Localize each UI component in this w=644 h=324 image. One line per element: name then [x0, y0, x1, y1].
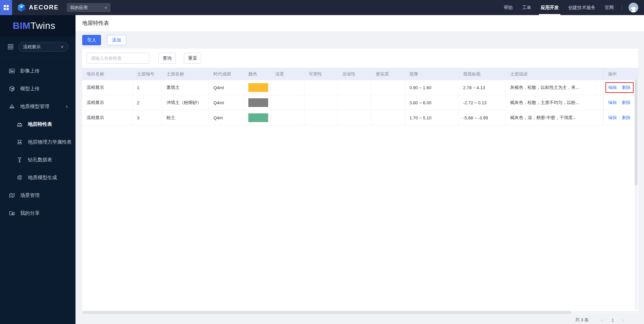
cell-no: 2 — [133, 95, 162, 110]
cell-plasticity — [304, 95, 338, 110]
sidebar: BIMTwins 流程展示 ∨ 影像上传模型上传地质模型管理∧地层特性表地层物理… — [0, 15, 76, 324]
vertical-scrollbar[interactable] — [635, 79, 638, 310]
chevron-down-icon: ∨ — [104, 6, 107, 9]
sidebar-item-label: 地质模型生成 — [28, 174, 57, 181]
table-header-row: 项目名称土层编号土层名称时代成因颜色湿度可塑性压缩性密实度层厚层底标高土层描述操… — [82, 68, 638, 80]
nav-link-official-site[interactable]: 官网 — [600, 0, 618, 15]
edit-link[interactable]: 编辑 — [608, 85, 617, 91]
sidebar-item-geo-model-manage[interactable]: 地质模型管理∧ — [0, 98, 76, 115]
cell-project: 流程展示 — [82, 95, 133, 110]
edit-link[interactable]: 编辑 — [608, 100, 617, 106]
import-button[interactable]: 导入 — [82, 35, 101, 45]
page-title: 地层特性表 — [82, 20, 109, 27]
image-upload-icon — [9, 68, 15, 74]
query-button[interactable]: 查询 — [158, 53, 176, 64]
cell-elevation: -5.68 ~ -3.99 — [459, 110, 506, 125]
physics-icon — [16, 139, 23, 145]
column-header-humidity: 湿度 — [271, 71, 304, 77]
cell-humidity — [271, 80, 304, 95]
nav-link-work-order[interactable]: 工单 — [517, 0, 536, 15]
add-button[interactable]: 添加 — [107, 35, 126, 45]
brand: AECORE — [17, 3, 59, 12]
sidebar-item-scene-manage[interactable]: 场景管理 — [0, 186, 76, 204]
nav-divider — [622, 5, 622, 10]
pagination-page-1[interactable]: 1 — [606, 318, 619, 323]
top-navbar: AECORE 我的应用 ∨ 帮助工单应用开发创建技术服务官网 — [0, 0, 644, 15]
table-body: 流程展示1素填土Q4ml0.90 ~ 1.602.78 ~ 4.13灰褐色，松散… — [82, 80, 638, 125]
column-header-plasticity: 可塑性 — [304, 71, 338, 77]
delete-link[interactable]: 删除 — [622, 115, 631, 121]
cell-thickness: 1.70 ~ 5.10 — [405, 110, 459, 125]
sidebar-item-label: 场景管理 — [20, 192, 40, 199]
soil-color-swatch — [248, 98, 268, 107]
soil-color-swatch — [248, 113, 268, 122]
reset-button[interactable]: 重置 — [184, 53, 201, 64]
nav-link-create-tech-service[interactable]: 创建技术服务 — [563, 0, 600, 15]
nav-link-help[interactable]: 帮助 — [499, 0, 517, 15]
logo-twins-text: Twins — [31, 20, 55, 31]
sidebar-item-image-upload[interactable]: 影像上传 — [0, 62, 76, 80]
sidebar-item-label: 模型上传 — [20, 86, 40, 92]
sidebar-item-label: 地层特性表 — [28, 121, 52, 127]
cell-density — [371, 80, 405, 95]
cell-no: 1 — [133, 80, 162, 95]
edit-link[interactable]: 编辑 — [608, 115, 617, 121]
engineer-avatar-icon — [630, 6, 637, 12]
project-select-row: 流程展示 ∨ — [0, 37, 76, 57]
search-row: 查询 重置 — [82, 49, 638, 68]
sidebar-item-label: 我的分享 — [20, 210, 40, 216]
delete-link[interactable]: 删除 — [622, 85, 631, 91]
column-header-density: 密实度 — [371, 71, 405, 77]
sidebar-item-my-share[interactable]: 我的分享 — [0, 204, 76, 222]
sidebar-item-borehole-table[interactable]: 钻孔数据表 — [0, 151, 76, 169]
pagination-prev-button[interactable]: ‹ — [597, 317, 606, 323]
soil-color-swatch — [248, 83, 268, 92]
nav-link-app-dev[interactable]: 应用开发 — [536, 0, 563, 15]
grid-icon — [7, 44, 14, 50]
scene-icon — [9, 192, 15, 199]
pagination-next-button[interactable]: › — [619, 317, 628, 323]
strata-table: 项目名称土层编号土层名称时代成因颜色湿度可塑性压缩性密实度层厚层底标高土层描述操… — [82, 68, 638, 125]
nav-links: 帮助工单应用开发创建技术服务官网 — [499, 0, 618, 15]
workspace-select[interactable]: 我的应用 ∨ — [67, 3, 110, 12]
table-row: 流程展示3粉土Q4m1.70 ~ 5.10-5.68 ~ -3.99褐灰色，湿，… — [82, 110, 638, 125]
cell-actions: 编辑删除 — [603, 95, 638, 110]
workspace-select-value: 我的应用 — [70, 5, 88, 11]
user-avatar[interactable] — [629, 3, 638, 12]
cell-humidity — [271, 95, 304, 110]
model-upload-icon — [9, 86, 15, 92]
sidebar-item-geo-model-generate[interactable]: 地质模型生成 — [0, 169, 76, 186]
sidebar-menu: 影像上传模型上传地质模型管理∧地层特性表地层物理力学属性表钻孔数据表地质模型生成… — [0, 57, 76, 222]
cell-humidity — [271, 110, 304, 125]
strata-icon — [16, 121, 23, 127]
app-launcher-button[interactable] — [0, 0, 12, 15]
cell-compress — [338, 80, 371, 95]
logo-bim-text: BIM — [13, 20, 31, 31]
horizontal-scrollbar[interactable] — [82, 311, 638, 314]
cell-desc: 褐灰色，湿，稍密-中密，干强度... — [506, 110, 603, 125]
project-select-value: 流程展示 — [23, 44, 41, 50]
search-input[interactable] — [87, 53, 149, 64]
cell-actions: 编辑删除 — [603, 110, 638, 125]
geology-icon — [9, 103, 15, 110]
table-row: 流程展示1素填土Q4ml0.90 ~ 1.602.78 ~ 4.13灰褐色，松散… — [82, 80, 638, 95]
cell-thickness: 0.90 ~ 1.60 — [405, 80, 459, 95]
column-header-elevation: 层底标高 — [459, 71, 506, 77]
sidebar-item-label: 钻孔数据表 — [28, 157, 52, 163]
cell-desc: 灰褐色，松散，以粘性土为主，夹... — [506, 80, 603, 95]
project-select[interactable]: 流程展示 ∨ — [18, 42, 68, 52]
sidebar-item-strata-table[interactable]: 地层特性表 — [0, 115, 76, 133]
horizontal-scrollbar-thumb[interactable] — [82, 311, 572, 314]
vertical-scrollbar-thumb[interactable] — [635, 79, 638, 185]
cell-color — [244, 80, 271, 95]
sidebar-item-model-upload[interactable]: 模型上传 — [0, 80, 76, 98]
title-bar: 地层特性表 — [76, 15, 644, 31]
pagination-total: 共 3 条 — [575, 317, 589, 323]
cell-compress — [338, 110, 371, 125]
sidebar-item-strata-physics-table[interactable]: 地层物理力学属性表 — [0, 133, 76, 151]
cell-density — [371, 95, 405, 110]
cell-compress — [338, 95, 371, 110]
delete-link[interactable]: 删除 — [622, 100, 631, 106]
cell-era: Q4ml — [209, 95, 244, 110]
cell-elevation: 2.78 ~ 4.13 — [459, 80, 506, 95]
